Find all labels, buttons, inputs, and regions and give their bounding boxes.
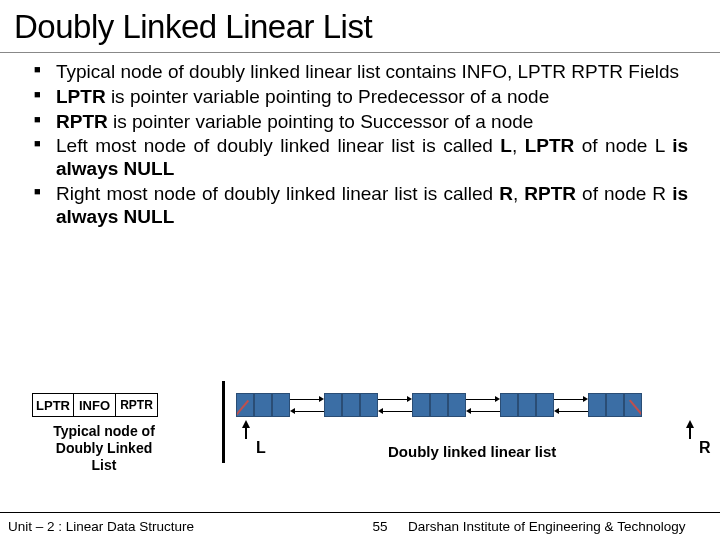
arrow-up-icon bbox=[686, 420, 694, 428]
bullet-item: LPTR is pointer variable pointing to Pre… bbox=[56, 86, 688, 109]
bullet-item: RPTR is pointer variable pointing to Suc… bbox=[56, 111, 688, 134]
arrow-up-icon bbox=[242, 420, 250, 428]
sample-caption: Typical node of Doubly Linked List bbox=[44, 423, 164, 473]
footer-unit: Unit – 2 : Linear Data Structure bbox=[0, 519, 360, 534]
list-node bbox=[412, 393, 466, 417]
linked-list-chain bbox=[236, 393, 642, 417]
divider-line bbox=[222, 381, 225, 463]
footer-institution: Darshan Institute of Engineering & Techn… bbox=[400, 519, 720, 534]
list-node bbox=[500, 393, 554, 417]
connector bbox=[466, 393, 500, 417]
list-node bbox=[324, 393, 378, 417]
pointer-r-label: R bbox=[699, 439, 711, 457]
footer: Unit – 2 : Linear Data Structure 55 Dars… bbox=[0, 512, 720, 540]
bullet-item: Typical node of doubly linked linear lis… bbox=[56, 61, 688, 84]
cell-rptr: RPTR bbox=[116, 393, 158, 417]
chain-caption: Doubly linked linear list bbox=[388, 443, 556, 460]
connector bbox=[290, 393, 324, 417]
cell-info: INFO bbox=[74, 393, 116, 417]
connector bbox=[554, 393, 588, 417]
seg-info bbox=[254, 393, 272, 417]
seg-rptr-null bbox=[624, 393, 642, 417]
diagram-area: LPTR INFO RPTR Typical node of Doubly Li… bbox=[0, 363, 720, 483]
bullet-item: Left most node of doubly linked linear l… bbox=[56, 135, 688, 181]
seg-rptr bbox=[272, 393, 290, 417]
cell-lptr: LPTR bbox=[32, 393, 74, 417]
sample-node-box: LPTR INFO RPTR bbox=[32, 393, 158, 417]
list-node bbox=[588, 393, 642, 417]
pointer-l-label: L bbox=[256, 439, 266, 457]
bullet-list: Typical node of doubly linked linear lis… bbox=[0, 53, 720, 229]
seg-lptr-null bbox=[236, 393, 254, 417]
connector bbox=[378, 393, 412, 417]
list-node bbox=[236, 393, 290, 417]
bullet-item: Right most node of doubly linked linear … bbox=[56, 183, 688, 229]
page-title: Doubly Linked Linear List bbox=[0, 0, 720, 53]
footer-page: 55 bbox=[360, 519, 400, 534]
